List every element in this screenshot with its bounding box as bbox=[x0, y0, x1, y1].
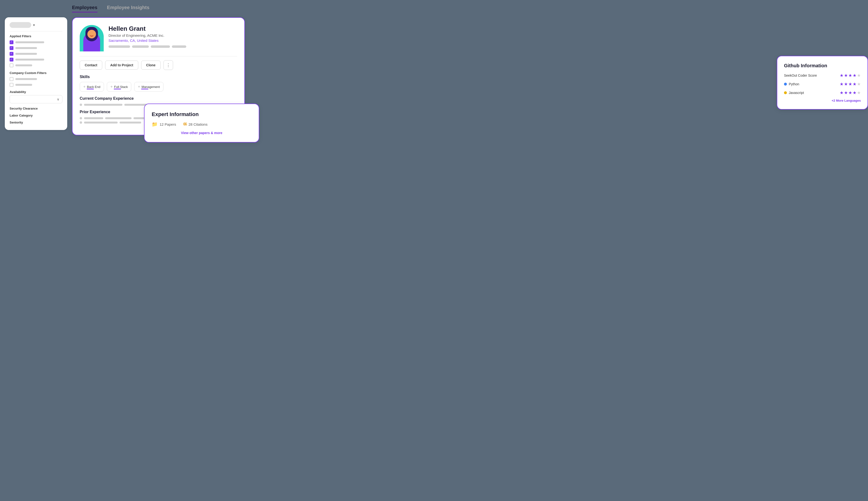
python-dot bbox=[784, 83, 787, 86]
view-papers-link[interactable]: View other papers & more bbox=[152, 131, 252, 135]
skill-plus-icon: + bbox=[110, 85, 112, 89]
python-row: Python ★ ★ ★ ★ ★ bbox=[784, 82, 861, 87]
skill-plus-icon: + bbox=[83, 85, 86, 89]
avatar-face bbox=[87, 30, 96, 39]
star-2: ★ bbox=[844, 73, 848, 78]
star-4: ★ bbox=[853, 90, 856, 95]
more-languages-link[interactable]: +2 More Languages bbox=[784, 99, 861, 102]
company-filter-checkbox-1[interactable] bbox=[10, 77, 13, 81]
tab-insights[interactable]: Employee Insights bbox=[107, 5, 150, 12]
star-2: ★ bbox=[844, 90, 848, 95]
star-1: ★ bbox=[840, 73, 844, 78]
skill-underline bbox=[87, 89, 94, 89]
coder-score-stars: ★ ★ ★ ★ ★ bbox=[840, 73, 861, 78]
skill-label: Management bbox=[142, 85, 160, 89]
company-filter-bar-1 bbox=[15, 78, 37, 80]
availability-label: Availability bbox=[10, 90, 63, 94]
tag-bar-2 bbox=[132, 45, 149, 48]
sidebar: ▾ Applied Filters Company Custom Filters bbox=[5, 17, 67, 130]
exp-dot bbox=[80, 117, 82, 119]
star-1: ★ bbox=[840, 90, 844, 95]
javascript-row: Javascript ★ ★ ★ ★ ★ bbox=[784, 90, 861, 95]
coder-score-row: SeekOut Coder Score ★ ★ ★ ★ ★ bbox=[784, 73, 861, 78]
action-buttons: Contact Add to Project Clone ⋮ bbox=[80, 60, 237, 70]
skill-underline bbox=[114, 89, 121, 89]
github-card: Github Information SeekOut Coder Score ★… bbox=[777, 56, 868, 109]
availability-dropdown[interactable]: ∨ bbox=[10, 95, 63, 103]
filter-bar-5 bbox=[15, 64, 32, 66]
filter-checkbox-5[interactable] bbox=[10, 63, 13, 67]
dropdown-pill bbox=[10, 22, 31, 28]
filter-bar-2 bbox=[15, 47, 37, 49]
expert-card-title: Expert Information bbox=[152, 111, 252, 117]
more-options-button[interactable]: ⋮ bbox=[164, 60, 173, 70]
filter-bar-1 bbox=[15, 41, 44, 43]
skill-plus-icon: + bbox=[138, 85, 140, 89]
filter-item[interactable] bbox=[10, 58, 63, 62]
filter-checkbox-4[interactable] bbox=[10, 58, 13, 62]
exp-bar bbox=[120, 121, 141, 124]
tab-employees[interactable]: Employees bbox=[72, 5, 98, 12]
skills-row: + Back End + Full Stack + Management bbox=[80, 82, 237, 92]
filter-checkbox-3[interactable] bbox=[10, 52, 13, 56]
star-5: ★ bbox=[857, 90, 861, 95]
filter-item[interactable] bbox=[10, 40, 63, 44]
labor-category-label[interactable]: Labor Category bbox=[10, 114, 63, 117]
papers-count: 12 Papers bbox=[160, 122, 176, 126]
skill-chip-backend[interactable]: + Back End bbox=[80, 82, 104, 92]
skill-chip-management[interactable]: + Management bbox=[134, 82, 163, 92]
exp-bar bbox=[105, 117, 132, 119]
filter-item[interactable] bbox=[10, 63, 63, 67]
sidebar-dropdown[interactable]: ▾ bbox=[10, 22, 63, 28]
contact-button[interactable]: Contact bbox=[80, 61, 102, 70]
exp-bar bbox=[84, 104, 122, 106]
coder-score-label: SeekOut Coder Score bbox=[784, 74, 817, 77]
company-filter-checkbox-2[interactable] bbox=[10, 83, 13, 87]
filter-item[interactable] bbox=[10, 52, 63, 56]
profile-tags bbox=[109, 45, 237, 48]
company-filter-item-1[interactable] bbox=[10, 77, 63, 81]
clone-button[interactable]: Clone bbox=[141, 61, 161, 70]
filter-bar-3 bbox=[15, 53, 37, 55]
filter-checkbox-1[interactable] bbox=[10, 40, 13, 44]
add-to-project-button[interactable]: Add to Project bbox=[105, 61, 138, 70]
main-layout: ▾ Applied Filters Company Custom Filters bbox=[5, 17, 863, 135]
exp-dot bbox=[80, 121, 82, 124]
exp-dot bbox=[80, 104, 82, 106]
company-filter-bar-2 bbox=[15, 84, 32, 86]
python-label: Python bbox=[789, 82, 799, 86]
seniority-label[interactable]: Seniority bbox=[10, 121, 63, 124]
skills-title: Skills bbox=[80, 75, 237, 79]
papers-stat: 📁 12 Papers bbox=[152, 121, 176, 127]
profile-divider bbox=[80, 56, 237, 56]
star-5: ★ bbox=[857, 73, 861, 78]
github-card-title: Github Information bbox=[784, 63, 861, 68]
tabs-bar: Employees Employee Insights bbox=[5, 5, 863, 12]
profile-name: Hellen Grant bbox=[109, 25, 237, 32]
company-filter-item-2[interactable] bbox=[10, 83, 63, 87]
current-exp-title: Current Company Experience bbox=[80, 96, 237, 101]
filter-checkbox-2[interactable] bbox=[10, 46, 13, 50]
javascript-dot bbox=[784, 91, 787, 94]
python-lang: Python bbox=[784, 82, 799, 86]
tag-bar-4 bbox=[172, 45, 186, 48]
skill-chip-fullstack[interactable]: + Full Stack bbox=[107, 82, 131, 92]
profile-location: Sacramento, CA, United States bbox=[109, 39, 237, 43]
javascript-stars: ★ ★ ★ ★ ★ bbox=[840, 90, 861, 95]
skill-underline bbox=[141, 89, 149, 89]
star-3: ★ bbox=[848, 90, 852, 95]
filter-item[interactable] bbox=[10, 46, 63, 50]
security-clearance-label[interactable]: Security Clearance bbox=[10, 107, 63, 110]
star-3: ★ bbox=[848, 73, 852, 78]
citations-stat: 66 28 Citations bbox=[183, 121, 207, 127]
filter-bar-4 bbox=[15, 58, 44, 61]
citations-icon: 66 bbox=[183, 122, 187, 126]
papers-icon: 📁 bbox=[152, 121, 158, 127]
avatar bbox=[80, 25, 104, 51]
star-2: ★ bbox=[844, 82, 848, 87]
tag-bar-3 bbox=[151, 45, 170, 48]
profile-header: Hellen Grant Director of Engineering, AC… bbox=[80, 25, 237, 51]
citations-count: 28 Citations bbox=[188, 122, 207, 126]
javascript-label: Javascript bbox=[789, 91, 804, 95]
python-stars: ★ ★ ★ ★ ★ bbox=[840, 82, 861, 87]
